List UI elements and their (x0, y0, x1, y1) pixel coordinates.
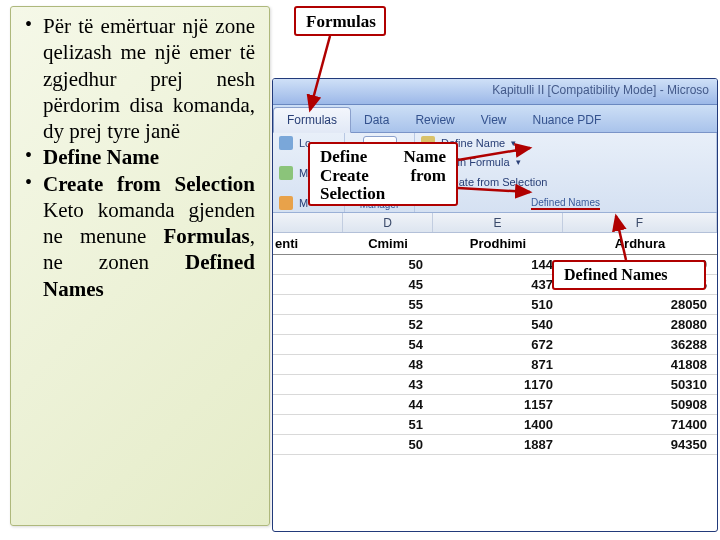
use-in-formula-button[interactable]: fx Use in Formula ▾ (421, 156, 710, 168)
cell[interactable] (273, 415, 343, 435)
cell[interactable]: 94350 (563, 435, 717, 455)
cell[interactable]: 36288 (563, 335, 717, 355)
list-item: • Për të emërtuar një zone qelizash me n… (25, 13, 255, 144)
function-icon (279, 196, 293, 210)
cell[interactable]: 672 (433, 335, 563, 355)
table-row[interactable]: 51140071400 (273, 415, 717, 435)
tab-nuance-pdf[interactable]: Nuance PDF (520, 108, 615, 132)
cell[interactable]: 1157 (433, 395, 563, 415)
function-icon (279, 136, 293, 150)
callout-define-create: Define Name Create from Selection (308, 142, 458, 206)
table-header-row: enti Cmimi Prodhimi Ardhura (273, 233, 717, 255)
cell[interactable]: 52 (343, 315, 433, 335)
table-row[interactable]: 5254028080 (273, 315, 717, 335)
cell[interactable] (273, 395, 343, 415)
defined-names-text: Defined Names (531, 197, 600, 210)
titlebar: Kapitulli II [Compatibility Mode] - Micr… (273, 79, 717, 105)
create-from-selection-button[interactable]: Create from Selection (421, 175, 710, 189)
table-row[interactable]: 5467236288 (273, 335, 717, 355)
cell[interactable] (273, 295, 343, 315)
ribbon-tabs: Formulas Data Review View Nuance PDF (273, 105, 717, 133)
cell[interactable]: 540 (433, 315, 563, 335)
table-row[interactable]: 50188794350 (273, 435, 717, 455)
list-text-1: Për të emërtuar një zone qelizash me një… (43, 13, 255, 144)
cell[interactable]: 510 (433, 295, 563, 315)
list-item: • Create from Selection Keto komanda gje… (25, 171, 255, 302)
dropdown-arrow-icon: ▾ (516, 157, 521, 167)
tab-view[interactable]: View (468, 108, 520, 132)
column-headers-row: D E F (273, 213, 717, 233)
col-letter[interactable]: E (433, 213, 563, 232)
cell[interactable]: 28050 (563, 295, 717, 315)
cell[interactable] (273, 275, 343, 295)
window-title: Kapitulli II [Compatibility Mode] - Micr… (492, 83, 709, 97)
cell[interactable]: 50310 (563, 375, 717, 395)
defined-names-group-label: Defined Names (421, 197, 710, 210)
formulas-word: Formulas (163, 224, 249, 248)
cell[interactable]: 28080 (563, 315, 717, 335)
header-cmimi: Cmimi (343, 233, 433, 255)
cell[interactable]: 871 (433, 355, 563, 375)
callout-defined-names: Defined Names (552, 260, 706, 290)
cell[interactable] (273, 355, 343, 375)
cell[interactable]: 51 (343, 415, 433, 435)
cell[interactable] (273, 435, 343, 455)
ribbon-item[interactable]: M (299, 197, 308, 209)
cell[interactable]: 144 (433, 255, 563, 275)
header-enti: enti (273, 233, 343, 255)
cell[interactable] (273, 375, 343, 395)
tab-formulas[interactable]: Formulas (273, 107, 351, 133)
cell[interactable]: 43 (343, 375, 433, 395)
define-name-button[interactable]: Define Name ▾ (421, 136, 710, 150)
tab-data[interactable]: Data (351, 108, 402, 132)
left-text-panel: • Për të emërtuar një zone qelizash me n… (10, 6, 270, 526)
table-row[interactable]: 44115750908 (273, 395, 717, 415)
cell[interactable]: 55 (343, 295, 433, 315)
dropdown-arrow-icon: ▾ (511, 138, 516, 148)
cell[interactable]: 44 (343, 395, 433, 415)
cell[interactable]: 437 (433, 275, 563, 295)
cell[interactable]: 1400 (433, 415, 563, 435)
cell[interactable]: 45 (343, 275, 433, 295)
col-letter[interactable]: D (343, 213, 433, 232)
cell[interactable] (273, 315, 343, 335)
cell[interactable]: 1887 (433, 435, 563, 455)
cell[interactable] (273, 335, 343, 355)
cell[interactable]: 71400 (563, 415, 717, 435)
function-icon (279, 166, 293, 180)
table-row[interactable]: 4887141808 (273, 355, 717, 375)
tab-review[interactable]: Review (402, 108, 467, 132)
callout-formulas: Formulas (294, 6, 386, 36)
header-ardhura: Ardhura (563, 233, 717, 255)
bullet-icon: • (25, 171, 43, 302)
table-row[interactable]: 5551028050 (273, 295, 717, 315)
cell[interactable] (273, 255, 343, 275)
table-row[interactable]: 43117050310 (273, 375, 717, 395)
bullet-list: • Për të emërtuar një zone qelizash me n… (25, 13, 255, 302)
cell[interactable]: 50 (343, 435, 433, 455)
cell[interactable]: 41808 (563, 355, 717, 375)
ribbon-group-defined-names: Define Name ▾ fx Use in Formula ▾ Create… (415, 133, 717, 212)
list-item: • Define Name (25, 144, 255, 170)
cell[interactable]: 50908 (563, 395, 717, 415)
cell[interactable]: 1170 (433, 375, 563, 395)
cell[interactable]: 54 (343, 335, 433, 355)
cell[interactable]: 48 (343, 355, 433, 375)
cell[interactable]: 50 (343, 255, 433, 275)
bullet-icon: • (25, 144, 43, 170)
list-text-2: Define Name (43, 144, 255, 170)
col-letter[interactable]: F (563, 213, 717, 232)
create-from-selection-label: Create from Selection (43, 172, 255, 196)
header-prodhimi: Prodhimi (433, 233, 563, 255)
ribbon-item[interactable]: M (299, 167, 308, 179)
bullet-icon: • (25, 13, 43, 144)
list-text-3: Create from Selection Keto komanda gjend… (43, 171, 255, 302)
